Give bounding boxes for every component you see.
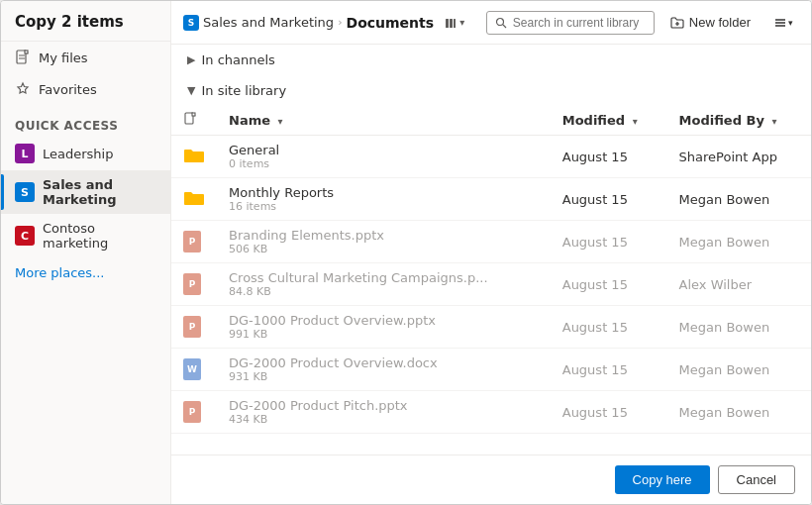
copy-dialog: Copy 2 items My files Favorites [0, 0, 812, 505]
file-size: 84.8 KB [229, 285, 539, 298]
row-name-cell: Branding Elements.pptx 506 KB [217, 221, 551, 263]
right-panel: S Sales and Marketing › Documents ▾ [171, 1, 811, 504]
row-name-cell: DG-2000 Product Overview.docx 931 KB [217, 349, 551, 391]
file-col-icon [183, 112, 197, 126]
contoso-site-icon: C [15, 226, 35, 246]
file-size: 991 KB [229, 328, 539, 341]
row-icon-cell: P [171, 221, 217, 263]
footer: Copy here Cancel [171, 454, 811, 504]
col-modified-by-label: Modified By [679, 113, 764, 128]
col-name[interactable]: Name ▾ [217, 106, 551, 136]
breadcrumb-dropdown-btn[interactable]: ▾ [438, 14, 470, 32]
row-name-cell: DG-1000 Product Overview.pptx 991 KB [217, 306, 551, 349]
menu-dropdown-arrow: ▾ [788, 18, 793, 28]
file-icon [15, 50, 31, 65]
svg-rect-6 [454, 19, 456, 28]
sidebar-item-leadership[interactable]: L Leadership [1, 137, 170, 170]
in-channels-section[interactable]: ▶ In channels [171, 45, 811, 75]
col-icon [171, 106, 217, 136]
file-name: DG-1000 Product Overview.pptx [229, 313, 539, 328]
row-modified-cell: August 15 [551, 136, 667, 178]
file-size: 0 items [229, 157, 539, 170]
folder-icon [183, 147, 205, 164]
file-table: Name ▾ Modified ▾ Modified By ▾ [171, 106, 811, 434]
row-modified-by-cell: Megan Bowen [667, 306, 811, 349]
name-sort-arrow: ▾ [278, 116, 283, 127]
copy-here-button[interactable]: Copy here [615, 465, 710, 494]
file-size: 16 items [229, 200, 539, 213]
row-icon-cell: P [171, 263, 217, 306]
breadcrumb-site[interactable]: S Sales and Marketing [183, 15, 334, 31]
nav-my-files-label: My files [39, 50, 88, 65]
row-name-cell: General 0 items [217, 136, 551, 178]
svg-rect-5 [450, 19, 453, 28]
row-modified-by-cell: Alex Wilber [667, 263, 811, 306]
row-name-cell: Monthly Reports 16 items [217, 178, 551, 221]
pptx-icon: P [183, 273, 201, 295]
new-folder-button[interactable]: New folder [662, 11, 759, 34]
file-size: 931 KB [229, 370, 539, 383]
sidebar-item-contoso-label: Contoso marketing [43, 221, 156, 251]
row-name-cell: DG-2000 Product Pitch.pptx 434 KB [217, 391, 551, 434]
row-icon-cell: W [171, 349, 217, 391]
leadership-site-icon: L [15, 144, 35, 163]
cancel-button[interactable]: Cancel [718, 465, 795, 494]
expand-icon: ▶ [187, 53, 195, 66]
svg-point-7 [496, 18, 503, 25]
table-row[interactable]: General 0 items August 15SharePoint App [171, 136, 811, 178]
pptx-icon: P [183, 231, 201, 252]
quick-access-label: Quick access [1, 105, 170, 137]
breadcrumb-site-icon: S [183, 15, 199, 31]
table-row[interactable]: P DG-1000 Product Overview.pptx 991 KB A… [171, 306, 811, 349]
modified-by-sort-arrow: ▾ [771, 116, 776, 127]
col-modified-by[interactable]: Modified By ▾ [667, 106, 811, 136]
row-name-cell: Cross Cultural Marketing Campaigns.p... … [217, 263, 551, 306]
nav-favorites[interactable]: Favorites [1, 73, 170, 105]
sidebar-item-contoso[interactable]: C Contoso marketing [1, 214, 170, 257]
file-name: General [229, 143, 539, 157]
row-modified-cell: August 15 [551, 178, 667, 221]
sidebar-item-sales-marketing[interactable]: S Sales and Marketing [1, 170, 170, 214]
nav-my-files[interactable]: My files [1, 42, 170, 73]
table-row[interactable]: W DG-2000 Product Overview.docx 931 KB A… [171, 349, 811, 391]
breadcrumb: S Sales and Marketing › Documents ▾ [183, 14, 478, 32]
svg-rect-1 [25, 50, 28, 53]
search-box[interactable] [486, 11, 655, 35]
in-site-library-section[interactable]: ▼ In site library [171, 75, 811, 106]
sales-site-icon: S [15, 182, 35, 202]
more-places-link[interactable]: More places... [1, 257, 170, 288]
col-modified[interactable]: Modified ▾ [551, 106, 667, 136]
in-site-library-label: In site library [201, 83, 286, 98]
file-name: DG-2000 Product Pitch.pptx [229, 398, 539, 413]
pptx-icon: P [183, 401, 201, 423]
sidebar-item-leadership-label: Leadership [43, 147, 113, 161]
file-size: 506 KB [229, 243, 539, 255]
in-channels-label: In channels [201, 52, 274, 67]
row-modified-by-cell: Megan Bowen [667, 391, 811, 434]
breadcrumb-current: Documents [347, 15, 435, 31]
table-row[interactable]: Monthly Reports 16 items August 15Megan … [171, 178, 811, 221]
table-row[interactable]: P Cross Cultural Marketing Campaigns.p..… [171, 263, 811, 306]
row-icon-cell [171, 178, 217, 221]
nav-favorites-label: Favorites [39, 82, 97, 97]
docx-icon: W [183, 358, 201, 380]
row-modified-cell: August 15 [551, 221, 667, 263]
search-input[interactable] [513, 16, 642, 30]
table-row[interactable]: P Branding Elements.pptx 506 KB August 1… [171, 221, 811, 263]
sidebar-item-sales-label: Sales and Marketing [43, 177, 156, 207]
row-modified-by-cell: Megan Bowen [667, 349, 811, 391]
collapse-icon: ▼ [187, 84, 195, 97]
file-name: Branding Elements.pptx [229, 228, 539, 243]
table-row[interactable]: P DG-2000 Product Pitch.pptx 434 KB Augu… [171, 391, 811, 434]
new-folder-label: New folder [689, 15, 751, 30]
file-size: 434 KB [229, 413, 539, 426]
breadcrumb-site-name: Sales and Marketing [203, 15, 334, 30]
books-icon [444, 16, 457, 30]
row-modified-cell: August 15 [551, 349, 667, 391]
modified-sort-arrow: ▾ [633, 116, 638, 127]
svg-rect-4 [446, 19, 449, 28]
left-panel: Copy 2 items My files Favorites [1, 1, 171, 504]
menu-button[interactable]: ▾ [766, 11, 799, 35]
row-modified-cell: August 15 [551, 263, 667, 306]
breadcrumb-arrow: › [338, 16, 342, 29]
